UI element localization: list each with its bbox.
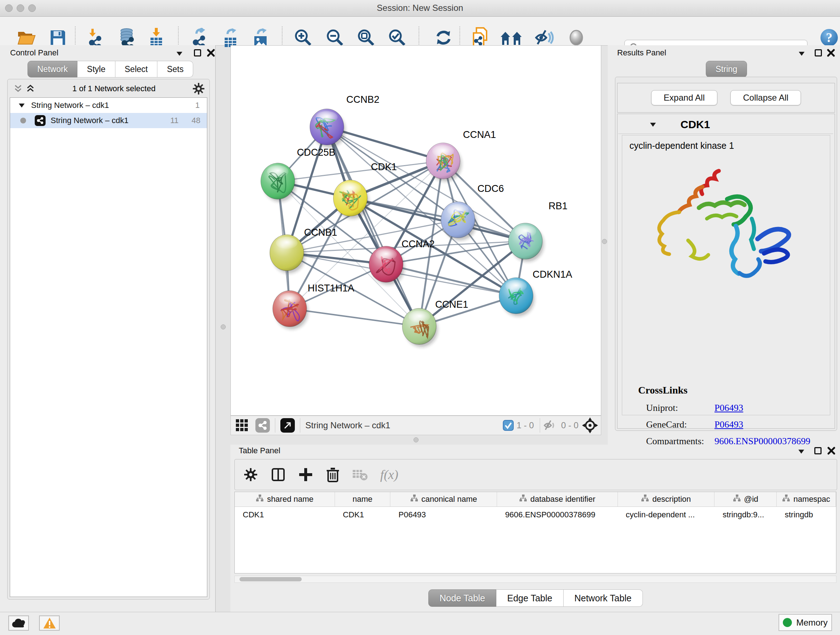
toolbar-separator bbox=[75, 27, 76, 48]
folder-open-icon bbox=[17, 30, 36, 46]
column-header-namespac[interactable]: namespac bbox=[777, 492, 836, 507]
scrollbar-thumb[interactable] bbox=[240, 577, 302, 581]
results-panel-menu-icon[interactable] bbox=[799, 49, 805, 58]
memory-button[interactable]: Memory bbox=[778, 614, 832, 631]
column-header-canonical-name[interactable]: canonical name bbox=[390, 492, 497, 507]
column-label: name bbox=[353, 494, 373, 504]
right-splitter[interactable] bbox=[601, 45, 608, 445]
delete-column-icon[interactable] bbox=[326, 467, 340, 482]
node-CDKN1A[interactable] bbox=[499, 278, 535, 317]
selected-checkbox-icon[interactable] bbox=[503, 420, 514, 431]
delete-table-icon bbox=[352, 469, 368, 481]
node-CDK1[interactable] bbox=[333, 180, 369, 219]
cell[interactable]: stringdb:9... bbox=[714, 507, 777, 523]
eye-slash-icon bbox=[535, 29, 555, 46]
column-header-database-identifier[interactable]: database identifier bbox=[497, 492, 618, 507]
node-label-CCNB1: CCNB1 bbox=[304, 227, 337, 238]
tab-edge-table[interactable]: Edge Table bbox=[496, 589, 564, 607]
network-canvas[interactable]: CCNB2CCNA1CDC25BCDK1CDC6RB1CCNB1CCNA2CDK… bbox=[231, 45, 601, 416]
node-gloss bbox=[279, 293, 301, 305]
gene-description: cyclin-dependent kinase 1 bbox=[630, 141, 734, 151]
edge-CCNB2-CCNE1[interactable] bbox=[327, 127, 419, 326]
results-panel: Results Panel String Expand All Collapse… bbox=[608, 45, 840, 445]
network-tree-root-row[interactable]: String Network – cdk1 1 bbox=[10, 98, 207, 113]
save-icon bbox=[50, 29, 66, 46]
control-panel-float-icon[interactable] bbox=[194, 48, 201, 57]
network-node-count: 11 bbox=[171, 116, 179, 125]
cell[interactable]: stringdb bbox=[777, 507, 836, 523]
table-panel-close-icon[interactable] bbox=[827, 446, 835, 455]
column-label: namespac bbox=[793, 494, 830, 504]
crosslink-label: Uniprot: bbox=[646, 402, 678, 413]
show-columns-icon[interactable] bbox=[271, 467, 286, 482]
column-header-@id[interactable]: @id bbox=[714, 492, 777, 507]
node-gloss bbox=[505, 280, 527, 292]
table-toolbar: f(x) bbox=[234, 459, 837, 490]
expand-all-button[interactable]: Expand All bbox=[651, 90, 717, 105]
add-column-icon[interactable] bbox=[298, 467, 313, 482]
grid-view-icon[interactable] bbox=[235, 418, 249, 432]
warnings-button[interactable] bbox=[39, 616, 60, 631]
node-CDC25B[interactable] bbox=[261, 163, 296, 202]
control-panel-close-icon[interactable] bbox=[207, 48, 215, 57]
toolbar-separator bbox=[418, 27, 419, 48]
node-RB1[interactable] bbox=[508, 223, 544, 262]
string-view-icon[interactable] bbox=[256, 418, 270, 432]
edge-HIST1H1A-CCNE1[interactable] bbox=[290, 309, 419, 326]
cell[interactable]: P06493 bbox=[390, 507, 497, 523]
crosslink-link[interactable]: P06493 bbox=[714, 419, 743, 430]
node-label-CDK1: CDK1 bbox=[371, 162, 397, 172]
column-header-shared-name[interactable]: shared name bbox=[235, 492, 335, 507]
tab-node-table[interactable]: Node Table bbox=[428, 589, 496, 607]
node-CCNA1[interactable] bbox=[426, 143, 462, 181]
tab-string[interactable]: String bbox=[706, 61, 747, 78]
table-gear-icon[interactable] bbox=[244, 468, 257, 481]
tab-style[interactable]: Style bbox=[77, 61, 115, 78]
left-splitter[interactable] bbox=[216, 45, 231, 445]
options-gear-icon[interactable] bbox=[193, 83, 204, 95]
table-panel-float-icon[interactable] bbox=[814, 446, 821, 455]
toolbar-separator bbox=[178, 27, 179, 48]
node-label-CCNE1: CCNE1 bbox=[435, 299, 468, 310]
tab-network[interactable]: Network bbox=[27, 61, 77, 78]
collapse-all-icon[interactable] bbox=[13, 84, 23, 93]
cell[interactable]: 9606.ENSP00000378699 bbox=[497, 507, 618, 523]
node-CCNE1[interactable] bbox=[402, 309, 438, 347]
open-in-new-icon[interactable] bbox=[280, 418, 295, 432]
bottom-splitter[interactable] bbox=[231, 435, 601, 445]
column-header-name[interactable]: name bbox=[335, 492, 391, 507]
table-panel-menu-icon[interactable] bbox=[798, 447, 804, 456]
crosslink-link[interactable]: P06493 bbox=[714, 402, 743, 413]
table-hscrollbar[interactable] bbox=[234, 576, 836, 583]
node-CCNB2[interactable] bbox=[310, 109, 346, 148]
node-table[interactable]: shared namenamecanonical namedatabase id… bbox=[234, 492, 836, 573]
tab-sets[interactable]: Sets bbox=[157, 61, 193, 78]
column-label: @id bbox=[744, 494, 758, 504]
tab-network-table[interactable]: Network Table bbox=[564, 589, 643, 607]
cell[interactable]: CDK1 bbox=[235, 507, 335, 523]
network-status-dot bbox=[20, 118, 26, 124]
cloud-button[interactable] bbox=[8, 616, 29, 631]
export-table-icon bbox=[222, 27, 240, 48]
crosshair-icon[interactable] bbox=[582, 417, 598, 433]
network-root-label: String Network – cdk1 bbox=[31, 101, 109, 110]
results-panel-close-icon[interactable] bbox=[827, 48, 835, 57]
cell[interactable]: cyclin-dependent ... bbox=[618, 507, 715, 523]
node-CCNA2[interactable] bbox=[369, 246, 404, 285]
tab-select[interactable]: Select bbox=[115, 61, 158, 78]
network-tree-child-row[interactable]: String Network – cdk1 11 48 bbox=[10, 113, 207, 128]
node-CDC6[interactable] bbox=[441, 202, 477, 241]
results-panel-float-icon[interactable] bbox=[815, 48, 822, 57]
expand-all-icon[interactable] bbox=[26, 84, 35, 93]
column-type-icon bbox=[256, 494, 264, 504]
control-panel-menu-icon[interactable] bbox=[177, 49, 182, 58]
edge-CCNA2-CDKN1A[interactable] bbox=[386, 264, 516, 296]
table-row[interactable]: CDK1CDK1P064939606.ENSP00000378699cyclin… bbox=[235, 507, 836, 523]
collapse-all-button[interactable]: Collapse All bbox=[730, 90, 801, 105]
memory-label: Memory bbox=[796, 618, 828, 628]
node-label-CCNB2: CCNB2 bbox=[346, 94, 379, 105]
gene-header-row[interactable]: CDK1 bbox=[618, 116, 833, 134]
column-header-description[interactable]: description bbox=[618, 492, 715, 507]
node-label-RB1: RB1 bbox=[548, 201, 567, 211]
cell[interactable]: CDK1 bbox=[335, 507, 391, 523]
